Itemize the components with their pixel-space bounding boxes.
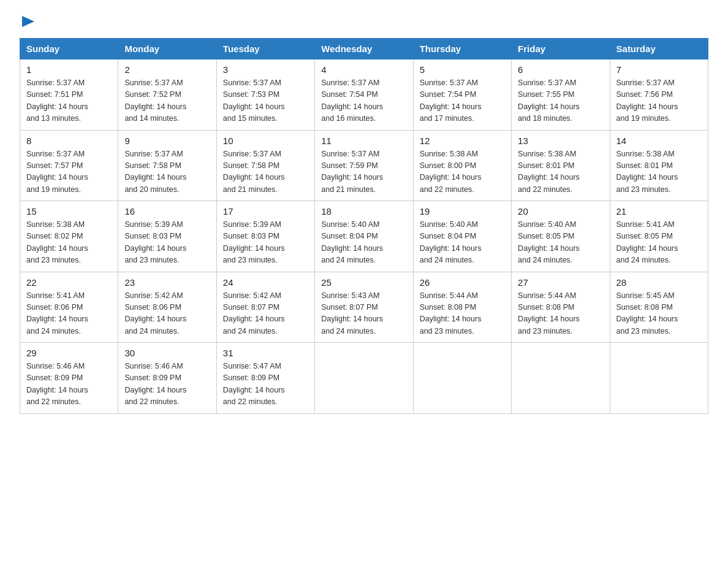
day-number: 19: [420, 206, 505, 216]
day-number: 10: [223, 136, 308, 146]
calendar-cell: 5 Sunrise: 5:37 AMSunset: 7:54 PMDayligh…: [413, 59, 511, 131]
calendar-cell: [610, 343, 708, 414]
day-info: Sunrise: 5:46 AMSunset: 8:09 PMDaylight:…: [26, 362, 88, 406]
calendar-cell: 22 Sunrise: 5:41 AMSunset: 8:06 PMDaylig…: [20, 272, 118, 343]
calendar-cell: 21 Sunrise: 5:41 AMSunset: 8:05 PMDaylig…: [610, 201, 708, 272]
day-number: 18: [321, 206, 406, 216]
weekday-header-friday: Friday: [512, 39, 610, 59]
day-info: Sunrise: 5:37 AMSunset: 7:58 PMDaylight:…: [124, 150, 186, 194]
calendar-cell: 24 Sunrise: 5:42 AMSunset: 8:07 PMDaylig…: [216, 272, 314, 343]
calendar-cell: 17 Sunrise: 5:39 AMSunset: 8:03 PMDaylig…: [216, 201, 314, 272]
day-info: Sunrise: 5:40 AMSunset: 8:04 PMDaylight:…: [420, 220, 482, 264]
calendar-cell: 19 Sunrise: 5:40 AMSunset: 8:04 PMDaylig…: [413, 201, 511, 272]
calendar-cell: 2 Sunrise: 5:37 AMSunset: 7:52 PMDayligh…: [118, 59, 216, 131]
day-number: 20: [518, 206, 603, 216]
day-number: 27: [518, 277, 603, 288]
day-info: Sunrise: 5:38 AMSunset: 8:01 PMDaylight:…: [616, 150, 678, 194]
calendar-cell: 28 Sunrise: 5:45 AMSunset: 8:08 PMDaylig…: [610, 272, 708, 343]
calendar-table: SundayMondayTuesdayWednesdayThursdayFrid…: [20, 38, 708, 414]
calendar-week-row: 29 Sunrise: 5:46 AMSunset: 8:09 PMDaylig…: [20, 343, 708, 414]
day-info: Sunrise: 5:47 AMSunset: 8:09 PMDaylight:…: [223, 362, 285, 406]
day-number: 22: [26, 277, 112, 288]
calendar-cell: 10 Sunrise: 5:37 AMSunset: 7:58 PMDaylig…: [216, 130, 314, 201]
weekday-header-sunday: Sunday: [20, 39, 118, 59]
day-info: Sunrise: 5:37 AMSunset: 7:54 PMDaylight:…: [321, 79, 383, 123]
weekday-header-thursday: Thursday: [413, 39, 511, 59]
day-info: Sunrise: 5:37 AMSunset: 7:55 PMDaylight:…: [518, 79, 580, 123]
calendar-cell: [315, 343, 413, 414]
day-info: Sunrise: 5:39 AMSunset: 8:03 PMDaylight:…: [124, 220, 186, 264]
calendar-week-row: 15 Sunrise: 5:38 AMSunset: 8:02 PMDaylig…: [20, 201, 708, 272]
calendar-cell: 8 Sunrise: 5:37 AMSunset: 7:57 PMDayligh…: [20, 130, 118, 201]
day-number: 7: [616, 64, 702, 75]
day-info: Sunrise: 5:37 AMSunset: 7:51 PMDaylight:…: [26, 79, 88, 123]
calendar-cell: 7 Sunrise: 5:37 AMSunset: 7:56 PMDayligh…: [610, 59, 708, 131]
calendar-cell: 13 Sunrise: 5:38 AMSunset: 8:01 PMDaylig…: [512, 130, 610, 201]
calendar-week-row: 8 Sunrise: 5:37 AMSunset: 7:57 PMDayligh…: [20, 130, 708, 201]
day-number: 11: [321, 136, 406, 146]
weekday-header-saturday: Saturday: [610, 39, 708, 59]
day-number: 21: [616, 206, 702, 216]
day-number: 28: [616, 277, 702, 288]
day-info: Sunrise: 5:42 AMSunset: 8:07 PMDaylight:…: [223, 291, 285, 335]
calendar-cell: 12 Sunrise: 5:38 AMSunset: 8:00 PMDaylig…: [413, 130, 511, 201]
calendar-cell: [512, 343, 610, 414]
day-number: 12: [420, 136, 505, 146]
day-info: Sunrise: 5:38 AMSunset: 8:01 PMDaylight:…: [518, 150, 580, 194]
day-info: Sunrise: 5:37 AMSunset: 7:54 PMDaylight:…: [420, 79, 482, 123]
calendar-cell: 14 Sunrise: 5:38 AMSunset: 8:01 PMDaylig…: [610, 130, 708, 201]
calendar-cell: 3 Sunrise: 5:37 AMSunset: 7:53 PMDayligh…: [216, 59, 314, 131]
logo-triangle-icon: [22, 16, 34, 29]
day-number: 2: [124, 64, 210, 75]
calendar-cell: 15 Sunrise: 5:38 AMSunset: 8:02 PMDaylig…: [20, 201, 118, 272]
calendar-week-row: 22 Sunrise: 5:41 AMSunset: 8:06 PMDaylig…: [20, 272, 708, 343]
weekday-header-wednesday: Wednesday: [315, 39, 413, 59]
calendar-cell: 1 Sunrise: 5:37 AMSunset: 7:51 PMDayligh…: [20, 59, 118, 131]
calendar-cell: 23 Sunrise: 5:42 AMSunset: 8:06 PMDaylig…: [118, 272, 216, 343]
svg-marker-0: [22, 16, 34, 27]
day-info: Sunrise: 5:38 AMSunset: 8:02 PMDaylight:…: [26, 220, 88, 264]
day-number: 4: [321, 64, 406, 75]
day-number: 31: [223, 348, 308, 358]
day-info: Sunrise: 5:38 AMSunset: 8:00 PMDaylight:…: [420, 150, 482, 194]
day-info: Sunrise: 5:39 AMSunset: 8:03 PMDaylight:…: [223, 220, 285, 264]
day-number: 5: [420, 64, 505, 75]
day-info: Sunrise: 5:41 AMSunset: 8:06 PMDaylight:…: [26, 291, 88, 335]
day-number: 8: [26, 136, 112, 146]
calendar-cell: 27 Sunrise: 5:44 AMSunset: 8:08 PMDaylig…: [512, 272, 610, 343]
day-number: 14: [616, 136, 702, 146]
calendar-cell: 31 Sunrise: 5:47 AMSunset: 8:09 PMDaylig…: [216, 343, 314, 414]
day-number: 13: [518, 136, 603, 146]
calendar-week-row: 1 Sunrise: 5:37 AMSunset: 7:51 PMDayligh…: [20, 59, 708, 131]
day-info: Sunrise: 5:44 AMSunset: 8:08 PMDaylight:…: [420, 291, 482, 335]
day-info: Sunrise: 5:37 AMSunset: 7:56 PMDaylight:…: [616, 79, 678, 123]
day-info: Sunrise: 5:37 AMSunset: 7:58 PMDaylight:…: [223, 150, 285, 194]
day-number: 24: [223, 277, 308, 288]
day-number: 16: [124, 206, 210, 216]
day-number: 26: [420, 277, 505, 288]
day-info: Sunrise: 5:46 AMSunset: 8:09 PMDaylight:…: [124, 362, 186, 406]
day-info: Sunrise: 5:45 AMSunset: 8:08 PMDaylight:…: [616, 291, 678, 335]
calendar-cell: 25 Sunrise: 5:43 AMSunset: 8:07 PMDaylig…: [315, 272, 413, 343]
day-number: 1: [26, 64, 112, 75]
calendar-cell: 9 Sunrise: 5:37 AMSunset: 7:58 PMDayligh…: [118, 130, 216, 201]
calendar-cell: 18 Sunrise: 5:40 AMSunset: 8:04 PMDaylig…: [315, 201, 413, 272]
day-info: Sunrise: 5:41 AMSunset: 8:05 PMDaylight:…: [616, 220, 678, 264]
day-info: Sunrise: 5:37 AMSunset: 7:52 PMDaylight:…: [124, 79, 186, 123]
day-number: 23: [124, 277, 210, 288]
day-number: 29: [26, 348, 112, 358]
day-info: Sunrise: 5:40 AMSunset: 8:05 PMDaylight:…: [518, 220, 580, 264]
day-info: Sunrise: 5:37 AMSunset: 7:53 PMDaylight:…: [223, 79, 285, 123]
day-number: 6: [518, 64, 603, 75]
day-info: Sunrise: 5:42 AMSunset: 8:06 PMDaylight:…: [124, 291, 186, 335]
calendar-cell: 4 Sunrise: 5:37 AMSunset: 7:54 PMDayligh…: [315, 59, 413, 131]
calendar-cell: 20 Sunrise: 5:40 AMSunset: 8:05 PMDaylig…: [512, 201, 610, 272]
day-info: Sunrise: 5:37 AMSunset: 7:59 PMDaylight:…: [321, 150, 383, 194]
calendar-cell: 29 Sunrise: 5:46 AMSunset: 8:09 PMDaylig…: [20, 343, 118, 414]
day-number: 17: [223, 206, 308, 216]
weekday-header-row: SundayMondayTuesdayWednesdayThursdayFrid…: [20, 39, 708, 59]
calendar-cell: [413, 343, 511, 414]
day-number: 3: [223, 64, 308, 75]
day-info: Sunrise: 5:40 AMSunset: 8:04 PMDaylight:…: [321, 220, 383, 264]
logo: [20, 15, 34, 28]
